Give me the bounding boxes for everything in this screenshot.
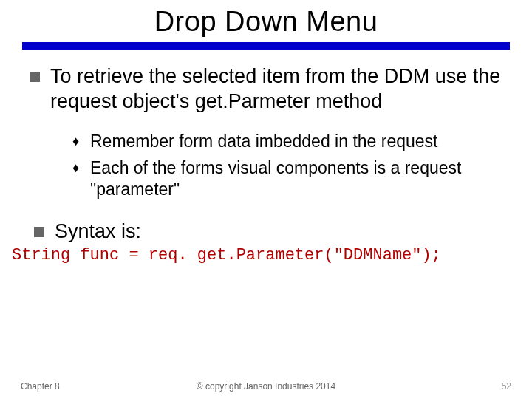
sub2-text: Each of the forms visual components is a…: [90, 157, 502, 200]
sub1-text: Remember form data imbedded in the reque…: [90, 131, 502, 152]
sub-bullets: ♦ Remember form data imbedded in the req…: [30, 131, 502, 200]
square-bullet-icon: [34, 227, 44, 237]
bullet-level2: ♦ Remember form data imbedded in the req…: [72, 131, 502, 152]
diamond-bullet-icon: ♦: [72, 157, 84, 200]
bullet1-text: To retrieve the selected item from the D…: [50, 64, 502, 115]
bullet-level1: To retrieve the selected item from the D…: [30, 64, 502, 115]
bullet-level2: ♦ Each of the forms visual components is…: [72, 157, 502, 200]
footer: Chapter 8 © copyright Janson Industries …: [0, 381, 532, 392]
slide: Drop Down Menu To retrieve the selected …: [0, 0, 532, 399]
diamond-bullet-icon: ♦: [72, 131, 84, 152]
title-underline: [22, 42, 510, 50]
bullet2-text: Syntax is:: [55, 219, 502, 245]
square-bullet-icon: [30, 72, 40, 82]
content-area: To retrieve the selected item from the D…: [0, 50, 532, 245]
footer-center: © copyright Janson Industries 2014: [0, 381, 532, 392]
code-line: String func = req. get.Parameter("DDMNam…: [0, 245, 532, 265]
bullet-level1: Syntax is:: [30, 219, 502, 245]
slide-title: Drop Down Menu: [0, 0, 532, 38]
